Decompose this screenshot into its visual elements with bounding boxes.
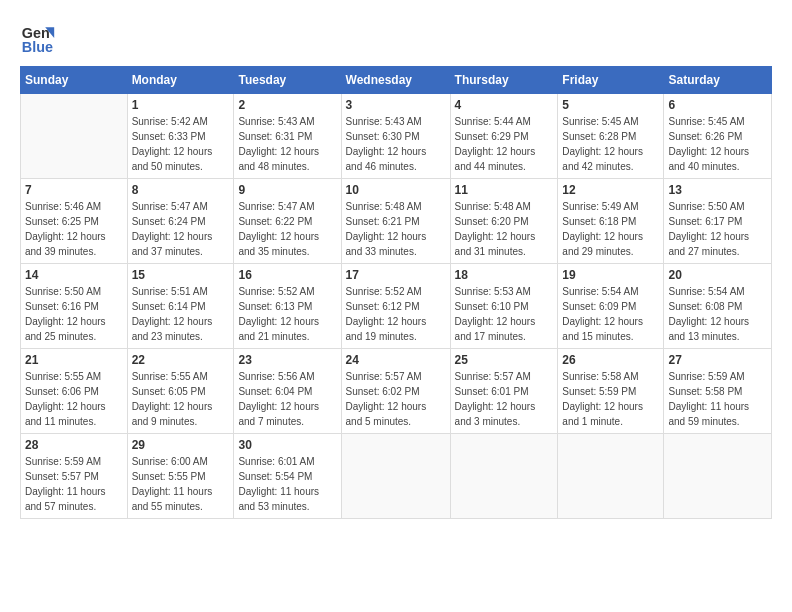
day-number: 10 [346,183,446,197]
day-number: 21 [25,353,123,367]
day-number: 11 [455,183,554,197]
day-cell: 3Sunrise: 5:43 AMSunset: 6:30 PMDaylight… [341,94,450,179]
week-row-2: 7Sunrise: 5:46 AMSunset: 6:25 PMDaylight… [21,179,772,264]
day-number: 6 [668,98,767,112]
day-cell: 27Sunrise: 5:59 AMSunset: 5:58 PMDayligh… [664,349,772,434]
day-number: 12 [562,183,659,197]
day-info: Sunrise: 5:47 AMSunset: 6:24 PMDaylight:… [132,199,230,259]
day-number: 7 [25,183,123,197]
day-info: Sunrise: 5:49 AMSunset: 6:18 PMDaylight:… [562,199,659,259]
day-info: Sunrise: 5:43 AMSunset: 6:31 PMDaylight:… [238,114,336,174]
day-cell: 10Sunrise: 5:48 AMSunset: 6:21 PMDayligh… [341,179,450,264]
day-number: 19 [562,268,659,282]
day-number: 30 [238,438,336,452]
day-info: Sunrise: 5:52 AMSunset: 6:12 PMDaylight:… [346,284,446,344]
svg-text:Blue: Blue [22,39,53,55]
day-cell [21,94,128,179]
day-cell: 23Sunrise: 5:56 AMSunset: 6:04 PMDayligh… [234,349,341,434]
day-cell [341,434,450,519]
day-cell: 5Sunrise: 5:45 AMSunset: 6:28 PMDaylight… [558,94,664,179]
day-number: 25 [455,353,554,367]
day-cell: 4Sunrise: 5:44 AMSunset: 6:29 PMDaylight… [450,94,558,179]
day-cell: 28Sunrise: 5:59 AMSunset: 5:57 PMDayligh… [21,434,128,519]
day-cell: 1Sunrise: 5:42 AMSunset: 6:33 PMDaylight… [127,94,234,179]
day-cell: 11Sunrise: 5:48 AMSunset: 6:20 PMDayligh… [450,179,558,264]
column-header-friday: Friday [558,67,664,94]
day-cell: 18Sunrise: 5:53 AMSunset: 6:10 PMDayligh… [450,264,558,349]
day-number: 27 [668,353,767,367]
day-cell [664,434,772,519]
day-cell: 25Sunrise: 5:57 AMSunset: 6:01 PMDayligh… [450,349,558,434]
day-info: Sunrise: 5:52 AMSunset: 6:13 PMDaylight:… [238,284,336,344]
day-cell: 8Sunrise: 5:47 AMSunset: 6:24 PMDaylight… [127,179,234,264]
day-cell [450,434,558,519]
day-number: 16 [238,268,336,282]
day-cell: 7Sunrise: 5:46 AMSunset: 6:25 PMDaylight… [21,179,128,264]
day-cell: 13Sunrise: 5:50 AMSunset: 6:17 PMDayligh… [664,179,772,264]
day-cell: 6Sunrise: 5:45 AMSunset: 6:26 PMDaylight… [664,94,772,179]
day-info: Sunrise: 6:00 AMSunset: 5:55 PMDaylight:… [132,454,230,514]
calendar-table: SundayMondayTuesdayWednesdayThursdayFrid… [20,66,772,519]
day-info: Sunrise: 5:47 AMSunset: 6:22 PMDaylight:… [238,199,336,259]
day-number: 23 [238,353,336,367]
day-info: Sunrise: 5:59 AMSunset: 5:58 PMDaylight:… [668,369,767,429]
day-cell: 30Sunrise: 6:01 AMSunset: 5:54 PMDayligh… [234,434,341,519]
day-info: Sunrise: 5:48 AMSunset: 6:20 PMDaylight:… [455,199,554,259]
day-info: Sunrise: 6:01 AMSunset: 5:54 PMDaylight:… [238,454,336,514]
column-header-thursday: Thursday [450,67,558,94]
week-row-3: 14Sunrise: 5:50 AMSunset: 6:16 PMDayligh… [21,264,772,349]
day-number: 13 [668,183,767,197]
day-number: 4 [455,98,554,112]
day-info: Sunrise: 5:44 AMSunset: 6:29 PMDaylight:… [455,114,554,174]
day-cell: 20Sunrise: 5:54 AMSunset: 6:08 PMDayligh… [664,264,772,349]
column-header-wednesday: Wednesday [341,67,450,94]
day-cell [558,434,664,519]
day-number: 22 [132,353,230,367]
day-info: Sunrise: 5:42 AMSunset: 6:33 PMDaylight:… [132,114,230,174]
day-cell: 16Sunrise: 5:52 AMSunset: 6:13 PMDayligh… [234,264,341,349]
calendar-header: SundayMondayTuesdayWednesdayThursdayFrid… [21,67,772,94]
day-cell: 29Sunrise: 6:00 AMSunset: 5:55 PMDayligh… [127,434,234,519]
day-cell: 15Sunrise: 5:51 AMSunset: 6:14 PMDayligh… [127,264,234,349]
day-number: 2 [238,98,336,112]
day-cell: 9Sunrise: 5:47 AMSunset: 6:22 PMDaylight… [234,179,341,264]
day-cell: 19Sunrise: 5:54 AMSunset: 6:09 PMDayligh… [558,264,664,349]
day-info: Sunrise: 5:50 AMSunset: 6:16 PMDaylight:… [25,284,123,344]
day-info: Sunrise: 5:53 AMSunset: 6:10 PMDaylight:… [455,284,554,344]
day-number: 9 [238,183,336,197]
day-number: 1 [132,98,230,112]
day-info: Sunrise: 5:45 AMSunset: 6:26 PMDaylight:… [668,114,767,174]
day-info: Sunrise: 5:45 AMSunset: 6:28 PMDaylight:… [562,114,659,174]
day-number: 14 [25,268,123,282]
day-info: Sunrise: 5:48 AMSunset: 6:21 PMDaylight:… [346,199,446,259]
day-cell: 12Sunrise: 5:49 AMSunset: 6:18 PMDayligh… [558,179,664,264]
day-info: Sunrise: 5:54 AMSunset: 6:08 PMDaylight:… [668,284,767,344]
day-cell: 2Sunrise: 5:43 AMSunset: 6:31 PMDaylight… [234,94,341,179]
week-row-1: 1Sunrise: 5:42 AMSunset: 6:33 PMDaylight… [21,94,772,179]
day-number: 3 [346,98,446,112]
day-info: Sunrise: 5:54 AMSunset: 6:09 PMDaylight:… [562,284,659,344]
day-number: 8 [132,183,230,197]
day-info: Sunrise: 5:57 AMSunset: 6:02 PMDaylight:… [346,369,446,429]
day-number: 15 [132,268,230,282]
week-row-5: 28Sunrise: 5:59 AMSunset: 5:57 PMDayligh… [21,434,772,519]
day-cell: 21Sunrise: 5:55 AMSunset: 6:06 PMDayligh… [21,349,128,434]
day-cell: 24Sunrise: 5:57 AMSunset: 6:02 PMDayligh… [341,349,450,434]
logo: Gen Blue [20,20,62,56]
column-header-tuesday: Tuesday [234,67,341,94]
day-number: 24 [346,353,446,367]
day-cell: 26Sunrise: 5:58 AMSunset: 5:59 PMDayligh… [558,349,664,434]
day-info: Sunrise: 5:59 AMSunset: 5:57 PMDaylight:… [25,454,123,514]
day-info: Sunrise: 5:46 AMSunset: 6:25 PMDaylight:… [25,199,123,259]
day-info: Sunrise: 5:56 AMSunset: 6:04 PMDaylight:… [238,369,336,429]
day-info: Sunrise: 5:50 AMSunset: 6:17 PMDaylight:… [668,199,767,259]
week-row-4: 21Sunrise: 5:55 AMSunset: 6:06 PMDayligh… [21,349,772,434]
day-cell: 14Sunrise: 5:50 AMSunset: 6:16 PMDayligh… [21,264,128,349]
day-cell: 17Sunrise: 5:52 AMSunset: 6:12 PMDayligh… [341,264,450,349]
day-info: Sunrise: 5:58 AMSunset: 5:59 PMDaylight:… [562,369,659,429]
day-info: Sunrise: 5:43 AMSunset: 6:30 PMDaylight:… [346,114,446,174]
day-number: 17 [346,268,446,282]
column-header-monday: Monday [127,67,234,94]
day-number: 28 [25,438,123,452]
day-cell: 22Sunrise: 5:55 AMSunset: 6:05 PMDayligh… [127,349,234,434]
